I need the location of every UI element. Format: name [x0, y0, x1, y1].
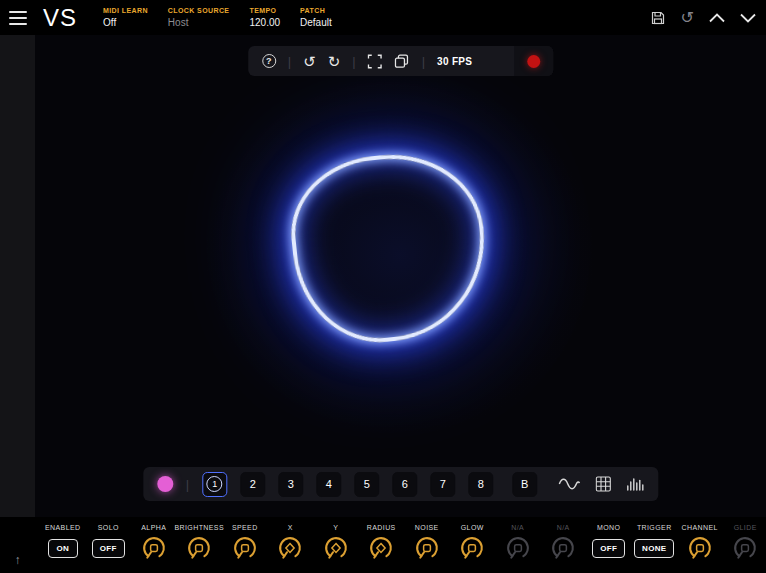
control-label: RADIUS — [367, 524, 396, 531]
duplicate-icon — [395, 54, 410, 69]
left-sidebar — [0, 35, 35, 517]
separator: | — [186, 477, 189, 492]
control-label: ALPHA — [141, 524, 166, 531]
control-label: X — [288, 524, 293, 531]
bus-layer-button[interactable]: B — [512, 472, 537, 497]
undo-button[interactable]: ↺ — [303, 54, 316, 69]
control-label: BRIGHTNESS — [175, 524, 225, 531]
x-knob[interactable] — [275, 533, 305, 567]
header-field-clock-source: CLOCK SOURCEHost — [168, 7, 230, 28]
control-alpha: ALPHA — [131, 524, 177, 573]
header-field-midi-learn: MIDI LEARNOff — [103, 7, 148, 28]
midi-learn-value[interactable]: Off — [103, 17, 148, 28]
vs-app-window: VS MIDI LEARNOffCLOCK SOURCEHostTEMPO120… — [0, 0, 766, 573]
control-label: CHANNEL — [682, 524, 718, 531]
redo-icon: ↻ — [328, 54, 341, 69]
menu-button[interactable] — [0, 0, 35, 35]
control-radius: RADIUS — [359, 524, 405, 573]
patch-value[interactable]: Default — [300, 17, 332, 28]
grid-icon — [595, 476, 611, 492]
control-label: N/A — [511, 524, 524, 531]
control-glow: GLOW — [450, 524, 496, 573]
previous-patch-button[interactable] — [709, 13, 725, 23]
next-patch-button[interactable] — [740, 13, 756, 23]
field-label: TEMPO — [249, 7, 280, 14]
solo-toggle-button[interactable]: OFF — [92, 539, 125, 558]
app-logo: VS — [43, 4, 77, 32]
control-label: SPEED — [232, 524, 258, 531]
radius-knob[interactable] — [366, 533, 396, 567]
fullscreen-icon — [368, 54, 383, 69]
control-label: SOLO — [98, 524, 119, 531]
brightness-knob[interactable] — [184, 533, 214, 567]
layer-button-7[interactable]: 7 — [430, 472, 455, 497]
undo-icon: ↺ — [681, 10, 694, 26]
layer-button-3[interactable]: 3 — [278, 472, 303, 497]
n-a-knob — [548, 533, 578, 567]
field-label: MIDI LEARN — [103, 7, 148, 14]
layer-button-8[interactable]: 8 — [468, 472, 493, 497]
selected-layer-number: 1 — [207, 476, 223, 492]
control-label: Y — [333, 524, 338, 531]
separator: | — [352, 54, 355, 69]
spectrum-icon — [626, 477, 644, 492]
fullscreen-button[interactable] — [368, 54, 383, 69]
field-label: PATCH — [300, 7, 332, 14]
trigger-toggle-button[interactable]: NONE — [634, 539, 674, 558]
save-patch-button[interactable] — [650, 10, 666, 26]
help-icon: ? — [262, 54, 276, 68]
record-segment — [514, 46, 553, 76]
control-n-a: N/A — [541, 524, 587, 573]
enabled-toggle-button[interactable]: ON — [48, 539, 78, 558]
layer-button-4[interactable]: 4 — [316, 472, 341, 497]
noise-knob[interactable] — [412, 533, 442, 567]
help-button[interactable]: ? — [262, 54, 276, 68]
spectrum-view-button[interactable] — [626, 477, 644, 492]
mono-toggle-button[interactable]: OFF — [592, 539, 625, 558]
layer-button-1[interactable]: 1 — [202, 472, 227, 497]
control-speed: SPEED — [222, 524, 268, 573]
control-label: NOISE — [415, 524, 439, 531]
n-a-knob — [503, 533, 533, 567]
layer-button-2[interactable]: 2 — [240, 472, 265, 497]
layer-color-swatch[interactable] — [157, 476, 173, 492]
layer-bar: | 12345678 B — [143, 467, 658, 501]
control-glide: GLIDE — [723, 524, 766, 573]
save-icon — [650, 10, 666, 26]
control-noise: NOISE — [404, 524, 450, 573]
control-y: Y — [313, 524, 359, 573]
oscilloscope-view-button[interactable] — [558, 477, 580, 491]
layer-button-6[interactable]: 6 — [392, 472, 417, 497]
layer-button-5[interactable]: 5 — [354, 472, 379, 497]
control-n-a: N/A — [495, 524, 541, 573]
field-label: CLOCK SOURCE — [168, 7, 230, 14]
hamburger-icon — [9, 11, 27, 25]
parameter-bar: ENABLEDONSOLOOFFALPHA BRIGHTNESS SPEED X… — [0, 517, 766, 573]
duplicate-button[interactable] — [395, 54, 410, 69]
control-label: N/A — [557, 524, 570, 531]
control-label: GLIDE — [734, 524, 757, 531]
grid-view-button[interactable] — [595, 476, 611, 492]
view-mode-icons — [558, 476, 644, 492]
fps-display[interactable]: 30 FPS — [437, 56, 472, 67]
record-button[interactable] — [527, 55, 540, 68]
control-brightness: BRIGHTNESS — [177, 524, 223, 573]
y-knob[interactable] — [321, 533, 351, 567]
speed-knob[interactable] — [230, 533, 260, 567]
glide-knob — [730, 533, 760, 567]
header-fields: MIDI LEARNOffCLOCK SOURCEHostTEMPO120.00… — [103, 0, 332, 35]
control-x: X — [268, 524, 314, 573]
control-label: MONO — [597, 524, 620, 531]
control-mono: MONOOFF — [586, 524, 632, 573]
tempo-value[interactable]: 120.00 — [249, 17, 280, 28]
sidebar-arrow-button[interactable]: ↑ — [0, 553, 35, 567]
undo-button-header[interactable]: ↺ — [681, 10, 694, 26]
channel-knob[interactable] — [685, 533, 715, 567]
redo-button[interactable]: ↻ — [328, 54, 341, 69]
glow-knob[interactable] — [457, 533, 487, 567]
undo-icon: ↺ — [303, 54, 316, 69]
alpha-knob[interactable] — [139, 533, 169, 567]
control-label: ENABLED — [45, 524, 80, 531]
up-arrow-icon: ↑ — [15, 553, 21, 567]
clock-source-value[interactable]: Host — [168, 17, 230, 28]
